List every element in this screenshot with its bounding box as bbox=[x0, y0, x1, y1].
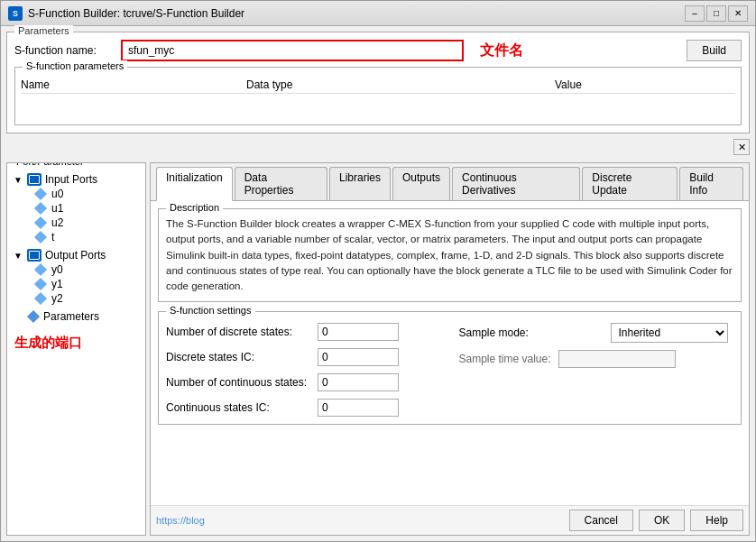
u1-icon bbox=[34, 202, 47, 215]
window-controls: – □ ✕ bbox=[685, 5, 748, 22]
continuous-ic-row: Continuous states IC: bbox=[166, 399, 441, 417]
col-name: Name bbox=[21, 78, 246, 91]
tree-content: ▼ Input Ports u0 bbox=[11, 172, 142, 354]
parameters-legend: Parameters bbox=[14, 25, 73, 36]
tab-continuous-derivatives[interactable]: Continuous Derivatives bbox=[452, 167, 580, 200]
sample-time-row: Sample time value: bbox=[459, 350, 734, 368]
diamond-icon-y2 bbox=[34, 292, 47, 305]
params-close-button[interactable]: ✕ bbox=[733, 139, 750, 155]
output-ports-group: ▼ Output Ports y0 bbox=[11, 248, 142, 306]
sfunc-params-legend: S-function parameters bbox=[23, 60, 127, 71]
parameters-section: Parameters S-function name: 文件名 Build S-… bbox=[6, 32, 750, 133]
sfunc-name-label: S-function name: bbox=[14, 44, 114, 57]
continuous-states-input[interactable] bbox=[318, 373, 399, 391]
t-icon bbox=[34, 231, 47, 243]
discrete-states-label: Number of discrete states: bbox=[166, 326, 310, 338]
tabs-bar: Initialization Data Properties Libraries… bbox=[151, 163, 749, 201]
cancel-button[interactable]: Cancel bbox=[569, 510, 633, 531]
tree-item-y2[interactable]: y2 bbox=[32, 291, 142, 306]
minimize-button[interactable]: – bbox=[685, 5, 705, 22]
tab-libraries[interactable]: Libraries bbox=[329, 167, 391, 200]
continuous-ic-input[interactable] bbox=[318, 399, 399, 417]
tree-panel: Port/Parameter ▼ Input Ports bbox=[6, 162, 146, 536]
tab-initialization[interactable]: Initialization bbox=[156, 167, 233, 201]
sfunc-name-input-wrap bbox=[121, 40, 464, 61]
sfunc-name-input[interactable] bbox=[121, 40, 464, 61]
sample-time-input[interactable] bbox=[558, 350, 676, 368]
close-button[interactable]: ✕ bbox=[728, 5, 748, 22]
input-ports-icon bbox=[27, 173, 41, 186]
params-tree-icon bbox=[27, 310, 40, 323]
description-section: Description The S-Function Builder block… bbox=[158, 208, 742, 302]
settings-legend: S-function settings bbox=[166, 305, 255, 316]
sample-mode-row: Sample mode: Inherited Continuous Discre… bbox=[459, 323, 734, 343]
input-ports-group: ▼ Input Ports u0 bbox=[11, 172, 142, 244]
titlebar: S S-Function Builder: tcruve/S-Function … bbox=[1, 1, 755, 26]
build-button[interactable]: Build bbox=[687, 40, 742, 61]
output-toggle-icon: ▼ bbox=[13, 250, 23, 261]
parameters-tree-label: Parameters bbox=[43, 310, 99, 323]
close-row: ✕ bbox=[6, 139, 750, 157]
continuous-ic-label: Continuous states IC: bbox=[166, 401, 310, 414]
tree-item-y1[interactable]: y1 bbox=[32, 277, 142, 291]
tree-item-y2-label: y2 bbox=[51, 292, 63, 305]
app-icon: S bbox=[8, 6, 23, 21]
parameters-tree-header[interactable]: ▼ Parameters bbox=[11, 309, 142, 324]
content-area: Parameters S-function name: 文件名 Build S-… bbox=[1, 26, 755, 541]
params-body bbox=[21, 94, 735, 119]
sample-time-label: Sample time value: bbox=[459, 353, 551, 365]
discrete-states-input[interactable] bbox=[318, 323, 399, 341]
params-diamond-icon bbox=[27, 310, 40, 323]
titlebar-left: S S-Function Builder: tcruve/S-Function … bbox=[8, 6, 244, 21]
sfunc-params-section: S-function parameters Name Data type Val… bbox=[14, 67, 742, 125]
discrete-ic-label: Discrete states IC: bbox=[166, 351, 310, 363]
sample-mode-select-wrap: Inherited Continuous Discrete bbox=[611, 323, 728, 343]
tree-panel-legend: Port/Parameter bbox=[13, 162, 88, 167]
tab-outputs[interactable]: Outputs bbox=[392, 167, 450, 200]
description-legend: Description bbox=[166, 202, 223, 213]
input-ports-header[interactable]: ▼ Input Ports bbox=[11, 172, 142, 187]
tree-item-y0[interactable]: y0 bbox=[32, 262, 142, 277]
output-ports-label: Output Ports bbox=[45, 249, 106, 262]
url-text: https://blog bbox=[156, 515, 205, 526]
diamond-icon-u1 bbox=[34, 202, 47, 215]
output-ports-header[interactable]: ▼ Output Ports bbox=[11, 248, 142, 262]
tab-content-initialization: Description The S-Function Builder block… bbox=[151, 201, 749, 505]
tree-item-u2[interactable]: u2 bbox=[32, 216, 142, 230]
ok-button[interactable]: OK bbox=[639, 510, 685, 531]
tree-item-u1[interactable]: u1 bbox=[32, 201, 142, 216]
filename-annotation: 文件名 bbox=[480, 41, 523, 60]
bottom-buttons: https://blog Cancel OK Help bbox=[151, 505, 749, 535]
settings-right: Sample mode: Inherited Continuous Discre… bbox=[459, 323, 734, 417]
help-button[interactable]: Help bbox=[690, 510, 743, 531]
discrete-states-row: Number of discrete states: bbox=[166, 323, 441, 341]
tab-data-properties[interactable]: Data Properties bbox=[235, 167, 327, 200]
main-window: S S-Function Builder: tcruve/S-Function … bbox=[0, 0, 756, 542]
tree-item-y1-label: y1 bbox=[51, 278, 63, 290]
y1-icon bbox=[34, 278, 47, 290]
tab-discrete-update[interactable]: Discrete Update bbox=[582, 167, 678, 200]
sample-mode-select[interactable]: Inherited Continuous Discrete bbox=[611, 323, 728, 343]
discrete-ic-input[interactable] bbox=[318, 348, 399, 366]
settings-grid: Number of discrete states: Discrete stat… bbox=[166, 323, 733, 417]
tree-item-u2-label: u2 bbox=[51, 216, 63, 229]
tree-item-u0[interactable]: u0 bbox=[32, 187, 142, 201]
params-header: Name Data type Value bbox=[21, 75, 735, 94]
annotation-ports: 生成的端口 bbox=[11, 333, 142, 354]
tree-item-t[interactable]: t bbox=[32, 230, 142, 244]
sfunc-name-row: S-function name: 文件名 Build bbox=[14, 40, 742, 61]
tree-item-t-label: t bbox=[51, 231, 54, 243]
diamond-icon-t bbox=[34, 231, 47, 243]
diamond-icon-y0 bbox=[34, 263, 47, 276]
tab-build-info[interactable]: Build Info bbox=[679, 167, 743, 200]
output-ports-children: y0 y1 bbox=[32, 262, 142, 306]
output-ports-icon bbox=[27, 249, 41, 262]
tabs-panel: Initialization Data Properties Libraries… bbox=[150, 162, 750, 536]
diamond-icon-u2 bbox=[34, 216, 47, 229]
u0-icon bbox=[34, 188, 47, 200]
tree-item-y0-label: y0 bbox=[51, 263, 63, 276]
input-toggle-icon: ▼ bbox=[13, 174, 23, 185]
parameters-group: ▼ Parameters bbox=[11, 309, 142, 324]
maximize-button[interactable]: □ bbox=[706, 5, 726, 22]
settings-left: Number of discrete states: Discrete stat… bbox=[166, 323, 441, 417]
